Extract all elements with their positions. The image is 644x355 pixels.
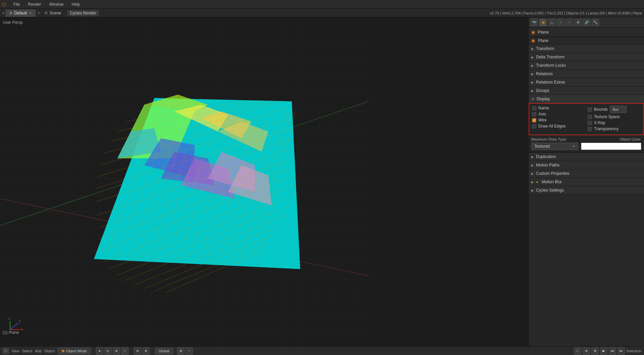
transparency-checkbox[interactable] (588, 127, 592, 131)
display-xray-row: X-Ray (588, 120, 641, 125)
snap2-icon[interactable]: ⊕ (583, 347, 590, 355)
viewport-rendered-icon[interactable]: ⊕ (113, 347, 120, 355)
status-select[interactable]: Select (22, 349, 33, 353)
scene-label[interactable]: Scene (50, 11, 61, 15)
object-type-icon: ▣ (531, 30, 535, 35)
xray-label: X-Ray (594, 120, 605, 125)
section-motion-blur-header[interactable]: ▶ ● Motion Blur (529, 178, 644, 186)
section-groups: ▶ Groups (529, 87, 644, 95)
plane-object-icon: ▣ (531, 38, 535, 43)
main-area: User Persp Z X Y ✛ (1) Plane 📷 ▣ △ ○ ⁘ ⚙ (0, 17, 644, 346)
prop-tool-constraints[interactable]: 🔗 (583, 19, 590, 26)
prop-tool-particles[interactable]: ⁘ (566, 19, 573, 26)
xray-checkbox[interactable] (588, 121, 592, 125)
viewport-controls: ● ◎ ⊕ □ (96, 347, 128, 355)
scene-icon[interactable]: ⬡ (574, 347, 581, 355)
wire-checkbox[interactable] (532, 118, 536, 122)
window-menu[interactable]: Window (47, 1, 66, 7)
section-relations-extras-label: Relations Extras (536, 80, 565, 85)
status-view[interactable]: View (11, 349, 19, 353)
viewport-solid-icon[interactable]: ● (96, 347, 103, 355)
display-name-row: Name (532, 106, 585, 110)
help-menu[interactable]: Help (69, 1, 82, 7)
object-mode-dropdown[interactable]: ▣ Object Mode (58, 348, 91, 354)
section-relations-extras-header[interactable]: ▶ Relations Extras (529, 78, 644, 86)
version-info: v2.79 | Verts:2,704 | Faces:2,601 | Tris… (490, 11, 642, 15)
prop-tool-mesh[interactable]: △ (548, 19, 555, 26)
section-duplication-label: Duplication (536, 154, 556, 159)
draw-all-edges-label: Draw All Edges (538, 124, 566, 129)
status-add[interactable]: Add (35, 349, 42, 353)
status-object[interactable]: Object (44, 349, 55, 353)
motion-blur-icon: ● (536, 180, 538, 184)
chevron-right-icon-4: ▶ (531, 72, 534, 76)
orient-icon[interactable]: ⊞ (591, 347, 599, 355)
proportional-edit-icon[interactable]: ○ (185, 347, 193, 355)
section-groups-label: Groups (536, 88, 549, 93)
display-content: Name Axis Wire Draw All Edges (529, 103, 644, 135)
prop-tool-object[interactable]: ▣ (539, 19, 547, 26)
display-left-col: Name Axis Wire Draw All Edges (532, 106, 585, 133)
viewport-bbox-icon[interactable]: □ (121, 347, 128, 355)
file-menu[interactable]: File (11, 1, 22, 7)
tab-default[interactable]: ⊞ Default ✕ (5, 9, 36, 17)
section-cycles-settings-label: Cycles Settings (536, 188, 564, 193)
chevron-right-icon-11: ▶ (531, 189, 534, 192)
viewport-wire-icon[interactable]: ◎ (104, 347, 112, 355)
prop-tool-modifiers[interactable]: 🔧 (592, 19, 599, 26)
wire-label: Wire (538, 118, 547, 122)
selection-label[interactable]: Selection (626, 349, 641, 353)
play-icon[interactable]: ▶ (600, 347, 607, 355)
texture-space-checkbox[interactable] (588, 115, 592, 119)
viewport-perspective-label: User Persp (3, 20, 23, 25)
section-groups-header[interactable]: ▶ Groups (529, 87, 644, 95)
object-color-swatch[interactable] (581, 143, 641, 150)
name-label: Name (538, 106, 549, 110)
display-axis-row: Axis (532, 112, 585, 116)
manipulator-icon[interactable]: ⊕ (142, 347, 150, 355)
section-motion-paths-label: Motion Paths (536, 163, 559, 167)
global-label: Global (159, 349, 169, 353)
add-tab-icon[interactable]: + (2, 10, 5, 16)
section-motion-paths-header[interactable]: ▶ Motion Paths (529, 161, 644, 169)
global-dropdown[interactable]: Global (155, 348, 173, 354)
tab-default-label: Default (14, 11, 27, 15)
playback-icon[interactable]: ⏮ (609, 347, 616, 355)
section-relations-label: Relations (536, 71, 553, 76)
object-color-label: Object Color: (620, 137, 641, 141)
chevron-right-icon-6: ▶ (531, 89, 534, 93)
bounds-type-dropdown[interactable]: Box (610, 106, 627, 113)
axis-checkbox[interactable] (532, 112, 536, 116)
display-transparency-row: Transparency (588, 126, 641, 131)
playback2-icon[interactable]: ⏭ (618, 347, 625, 355)
section-motion-paths: ▶ Motion Paths (529, 161, 644, 169)
prop-tool-render[interactable]: 📷 (531, 19, 538, 26)
pivot-icon[interactable]: ⊛ (134, 347, 141, 355)
section-display-header[interactable]: ▼ Display (529, 95, 644, 103)
section-duplication-header[interactable]: ▶ Duplication (529, 153, 644, 161)
engine-selector[interactable]: Cycles Render (67, 10, 99, 16)
bounds-label: Bounds (594, 107, 608, 112)
object-name-bar: ▣ Plane (529, 28, 644, 37)
section-cycles-settings: ▶ Cycles Settings (529, 186, 644, 195)
add-tab2-icon[interactable]: + (38, 11, 40, 15)
max-draw-type-dropdown[interactable]: Textured ▼ (531, 143, 578, 150)
section-transform-header[interactable]: ▶ Transform (529, 45, 644, 53)
section-relations-header[interactable]: ▶ Relations (529, 70, 644, 78)
draw-all-edges-checkbox[interactable] (532, 124, 536, 129)
prop-tool-physics[interactable]: ⚙ (574, 19, 582, 26)
bounds-checkbox[interactable] (588, 107, 592, 112)
prop-tool-material[interactable]: ○ (557, 19, 564, 26)
status-menu-icon[interactable]: ⬡ (3, 348, 9, 354)
render-menu[interactable]: Render (26, 1, 43, 7)
section-delta-transform-header[interactable]: ▶ Delta Transform (529, 53, 644, 61)
plane-name-label: Plane (538, 38, 548, 43)
scene-selector-icon: ⊞ (45, 11, 48, 15)
viewport-3d[interactable]: User Persp Z X Y ✛ (1) Plane (0, 17, 528, 346)
tab-close-icon[interactable]: ✕ (29, 11, 32, 15)
snap-icon[interactable]: ⊞ (177, 347, 184, 355)
section-transform-locks-header[interactable]: ▶ Transform Locks (529, 61, 644, 69)
section-custom-properties-header[interactable]: ▶ Custom Properties (529, 169, 644, 178)
section-cycles-settings-header[interactable]: ▶ Cycles Settings (529, 186, 644, 194)
name-checkbox[interactable] (532, 106, 536, 110)
